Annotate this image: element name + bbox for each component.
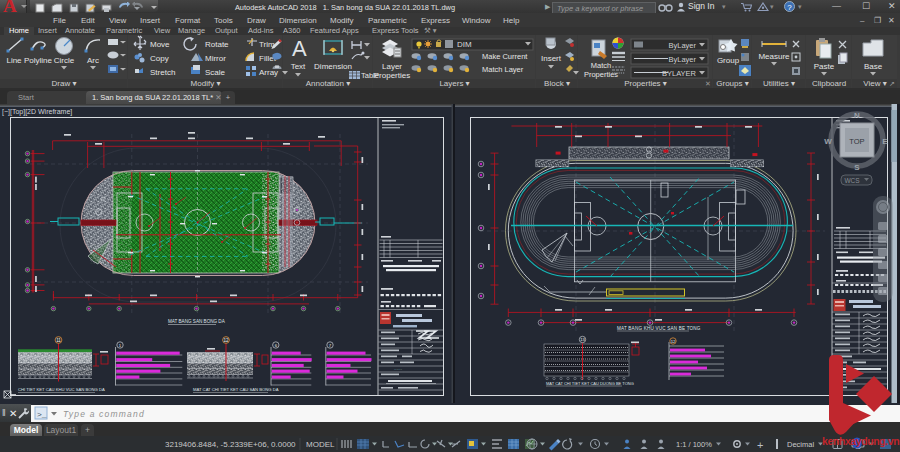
svg-text:‖: ‖ [2,408,6,418]
svg-text:Move: Move [150,40,170,49]
svg-text:✕: ✕ [9,408,17,419]
svg-text:MAT BANG KHU VUC SAN BE TONG: MAT BANG KHU VUC SAN BE TONG [617,326,701,331]
svg-text:Measure: Measure [758,52,790,61]
svg-text:Groups ▾: Groups ▾ [716,79,748,88]
svg-text:Layer: Layer [382,62,402,71]
svg-text:Paste: Paste [814,62,835,71]
svg-text:Decimal: Decimal [787,440,814,449]
svg-text:Base: Base [864,62,883,71]
svg-text:ByLayer: ByLayer [668,41,696,50]
svg-text:12: 12 [223,338,229,343]
svg-text:Properties: Properties [374,71,410,80]
svg-text:CHI TIET KET CAU KHU VUC SAN B: CHI TIET KET CAU KHU VUC SAN BONG DA [18,387,105,392]
svg-text:1:1 / 100%: 1:1 / 100% [676,440,712,449]
svg-text:Clipboard: Clipboard [812,79,846,88]
svg-text:WCS: WCS [844,177,860,184]
svg-text:3219406.8484, -5.2339E+06, 0.0: 3219406.8484, -5.2339E+06, 0.0000 [165,440,296,449]
svg-text:E: E [882,137,888,146]
svg-text:Utilities ▾: Utilities ▾ [763,79,795,88]
svg-text:Rotate: Rotate [205,40,229,49]
svg-text:MAT CAT CHI TIET KET CAU DUONG: MAT CAT CHI TIET KET CAU DUONG BE TONG [546,381,634,386]
svg-text:Match Layer: Match Layer [482,65,524,74]
svg-text:kenhxaydung.vn: kenhxaydung.vn [822,435,899,447]
svg-text:Circle: Circle [54,56,75,65]
svg-text:Draw ▾: Draw ▾ [52,79,77,88]
svg-text:MAT BANG SAN BONG DA: MAT BANG SAN BONG DA [168,319,226,324]
svg-text:?: ? [787,3,792,12]
svg-text:Scale: Scale [205,68,226,77]
svg-text:Annotation ▾: Annotation ▾ [306,79,351,88]
svg-text:Block ▾: Block ▾ [544,79,570,88]
svg-text:Make Current: Make Current [482,52,528,61]
svg-text:12: 12 [671,339,676,344]
svg-text:Properties ▾: Properties ▾ [624,79,667,88]
svg-text:······: ······ [394,367,402,372]
svg-text:Array: Array [259,68,278,77]
svg-text:A: A [292,36,307,61]
svg-text:[−][Top][2D Wireframe]: [−][Top][2D Wireframe] [2,108,72,116]
svg-text:+: + [757,439,763,451]
svg-text:Stretch: Stretch [150,68,175,77]
svg-text:Modify ▾: Modify ▾ [191,79,221,88]
svg-text:MODEL: MODEL [306,440,335,449]
svg-text:Arc: Arc [87,56,99,65]
svg-text:Mirror: Mirror [205,54,226,63]
svg-text:MAT CAT CHI TIET KET CAU SAN B: MAT CAT CHI TIET KET CAU SAN BONG DA [193,387,279,392]
svg-text:Group: Group [717,56,740,65]
svg-text:TOP: TOP [849,137,864,146]
svg-text:Text: Text [291,62,306,71]
svg-text:DIM: DIM [457,40,472,49]
svg-text:Copy: Copy [150,54,169,63]
svg-text:13: 13 [580,337,585,342]
svg-text:Properties: Properties [584,70,618,79]
svg-text:Polyline: Polyline [24,56,53,65]
svg-text:ByLayer: ByLayer [668,55,696,64]
svg-text:S: S [854,163,860,172]
svg-text:↗: ↗ [889,80,895,87]
svg-text:N: N [854,111,860,120]
svg-text:Type a command: Type a command [63,409,145,419]
svg-text:>_: >_ [37,410,47,419]
svg-text:Layers ▾: Layers ▾ [439,79,469,88]
svg-text:Dimension: Dimension [314,62,352,71]
svg-text:Line: Line [6,56,22,65]
svg-text:W: W [824,137,832,146]
svg-text:11: 11 [56,338,61,343]
svg-text:BYLAYER: BYLAYER [662,69,697,78]
svg-text:Insert: Insert [541,54,562,63]
svg-text:✕: ✕ [705,80,711,87]
svg-text:View ▾: View ▾ [863,79,886,88]
svg-text:Match: Match [591,61,611,70]
